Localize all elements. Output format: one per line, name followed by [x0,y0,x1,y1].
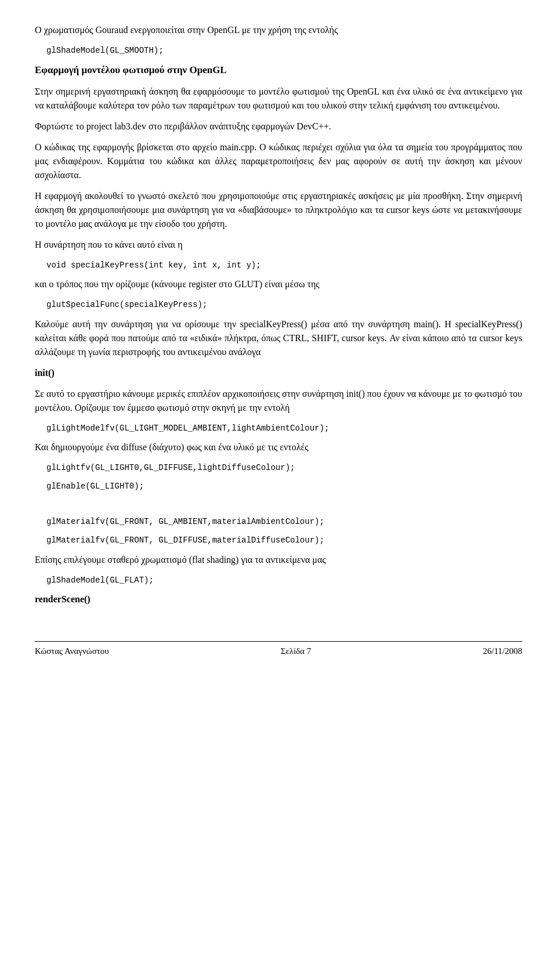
code-block-1: glShadeModel(GL_SMOOTH); [46,44,522,57]
code-block-6b: glMaterialfv(GL_FRONT, GL_DIFFUSE,materi… [46,534,522,547]
heading-3: renderScene() [35,592,522,606]
heading-2: init() [35,366,522,380]
code-block-2: void specialKeyPress(int key, int x, int… [46,259,522,272]
paragraph-3: Φορτώστε το project lab3.dev στο περιβάλ… [35,120,522,133]
paragraph-9: Σε αυτό το εργαστήριο κάνουμε μερικές επ… [35,387,522,415]
code-block-5b: glEnable(GL_LIGHT0); [46,480,522,493]
paragraph-8: Καλούμε αυτή την συνάρτηση για να ορίσου… [35,317,522,359]
footer-author: Κώστας Αναγνώστου [35,646,109,656]
page-content: Ο χρωματισμός Gouraud ενεργοποιείται στη… [35,23,522,656]
paragraph-11: Επίσης επιλέγουμε σταθερό χρωματισμό (fl… [35,553,522,567]
heading-1: Εφαρμογή μοντέλου φωτισμού στην OpenGL [35,63,522,78]
code-block-4: glLightModelfv(GL_LIGHT_MODEL_AMBIENT,li… [46,422,522,435]
paragraph-4: Ο κώδικας της εφαρμογής βρίσκεται στο αρ… [35,140,522,182]
code-block-6a: glMaterialfv(GL_FRONT, GL_AMBIENT,materi… [46,515,522,528]
page-footer: Κώστας Αναγνώστου Σελίδα 7 26/11/2008 [35,641,522,656]
code-block-3: glutSpecialFunc(specialKeyPress); [46,298,522,311]
paragraph-10: Και δημιουργούμε ένα diffuse (διάχυτο) φ… [35,440,522,454]
footer-date: 26/11/2008 [483,646,522,656]
footer-page: Σελίδα 7 [281,646,312,656]
paragraph-2: Στην σημερινή εργαστηριακή άσκηση θα εφα… [35,85,522,113]
paragraph-7: και ο τρόπος που την ορίζουμε (κάνουμε r… [35,277,522,291]
paragraph-6: Η συνάρτηση που το κάνει αυτό είναι η [35,238,522,252]
code-block-5a: glLightfv(GL_LIGHT0,GL_DIFFUSE,lightDiff… [46,461,522,474]
paragraph-5: Η εφαρμογή ακολουθεί το γνωστό σκελετό π… [35,189,522,231]
code-block-7: glShadeModel(GL_FLAT); [46,574,522,587]
paragraph-1: Ο χρωματισμός Gouraud ενεργοποιείται στη… [35,23,522,37]
